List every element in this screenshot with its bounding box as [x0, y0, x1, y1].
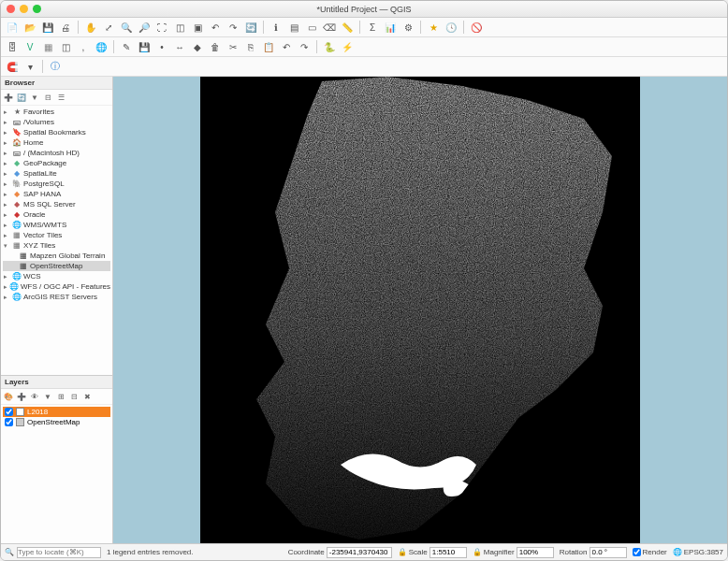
move-feature-button[interactable]: ↔ — [172, 39, 187, 54]
identify-button[interactable]: ℹ — [269, 20, 284, 35]
browser-item[interactable]: ▸▦Vector Tiles — [3, 230, 110, 240]
layers-remove-button[interactable]: ✖ — [81, 391, 93, 402]
browser-item[interactable]: ▸🌐WMS/WMTS — [3, 220, 110, 230]
layers-add-group-button[interactable]: ➕ — [16, 391, 27, 402]
paste-button[interactable]: 📋 — [261, 39, 276, 54]
lock-icon[interactable]: 🔒 — [398, 548, 407, 556]
zoom-out-button[interactable]: 🔎 — [137, 20, 152, 35]
browser-item[interactable]: ▸◆Oracle — [3, 209, 110, 220]
browser-item[interactable]: ▸🌐ArcGIS REST Servers — [3, 292, 110, 302]
layers-style-button[interactable]: 🎨 — [3, 391, 14, 402]
browser-item[interactable]: ▸★Favorites — [3, 107, 110, 117]
scale-input[interactable] — [430, 547, 467, 558]
redo-button[interactable]: ↷ — [297, 39, 312, 54]
expand-icon[interactable]: ▾ — [4, 240, 10, 251]
browser-item[interactable]: ▸◆GeoPackage — [3, 158, 110, 168]
lock-icon[interactable]: 🔒 — [473, 548, 482, 556]
browser-filter-button[interactable]: ▼ — [29, 92, 40, 103]
data-source-button[interactable]: 🗄 — [5, 39, 20, 54]
rotation-input[interactable] — [590, 547, 627, 558]
node-tool-button[interactable]: ◆ — [190, 39, 205, 54]
open-project-button[interactable]: 📂 — [22, 20, 37, 35]
browser-props-button[interactable]: ☰ — [55, 92, 66, 103]
expand-icon[interactable]: ▸ — [4, 148, 10, 158]
expand-icon[interactable]: ▸ — [4, 292, 10, 302]
expand-icon[interactable]: ▸ — [4, 179, 10, 189]
expand-icon[interactable]: ▸ — [4, 117, 10, 127]
zoom-selection-button[interactable]: ◫ — [172, 20, 187, 35]
add-csv-button[interactable]: , — [76, 39, 91, 54]
crs-field[interactable]: 🌐 EPSG:3857 — [673, 548, 723, 556]
add-raster-button[interactable]: ▦ — [40, 39, 55, 54]
style-manager-button[interactable]: ★ — [426, 20, 441, 35]
coordinate-input[interactable] — [327, 547, 392, 558]
expand-icon[interactable]: ▸ — [4, 281, 7, 292]
no-action-button[interactable]: 🚫 — [469, 20, 484, 35]
add-vector-button[interactable]: V — [22, 39, 37, 54]
zoom-layer-button[interactable]: ▣ — [190, 20, 205, 35]
toggle-editing-button[interactable]: ✎ — [119, 39, 134, 54]
statistics-button[interactable]: 📊 — [383, 20, 398, 35]
browser-item[interactable]: ▸🖴/ (Macintosh HD) — [3, 148, 110, 158]
browser-add-button[interactable]: ➕ — [3, 92, 14, 103]
browser-item[interactable]: ▾▦XYZ Tiles — [3, 240, 110, 251]
layer-row[interactable]: OpenStreetMap — [3, 417, 110, 427]
browser-item[interactable]: ▸🐘PostgreSQL — [3, 179, 110, 189]
expand-icon[interactable]: ▸ — [4, 127, 10, 137]
browser-item[interactable]: ▸◆MS SQL Server — [3, 199, 110, 209]
zoom-next-button[interactable]: ↷ — [226, 20, 240, 35]
browser-item[interactable]: ▸🌐WCS — [3, 271, 110, 281]
map-canvas[interactable] — [200, 77, 640, 543]
browser-item[interactable]: ▸🌐WFS / OGC API - Features — [3, 281, 110, 292]
deselect-button[interactable]: ⌫ — [322, 20, 337, 35]
attributes-button[interactable]: ▤ — [286, 20, 301, 35]
undo-button[interactable]: ↶ — [279, 39, 294, 54]
expand-icon[interactable]: ▸ — [4, 189, 10, 199]
python-console-button[interactable]: 🐍 — [322, 39, 337, 54]
layer-visibility-checkbox[interactable] — [5, 408, 13, 416]
pan-button[interactable]: ✋ — [83, 20, 98, 35]
expand-icon[interactable]: ▸ — [4, 209, 10, 220]
save-project-button[interactable]: 💾 — [40, 20, 55, 35]
layers-expand-button[interactable]: ⊞ — [55, 391, 66, 402]
refresh-button[interactable]: 🔄 — [243, 20, 258, 35]
expand-icon[interactable]: ▸ — [4, 271, 10, 281]
save-edits-button[interactable]: 💾 — [137, 39, 152, 54]
browser-item[interactable]: ▸🔖Spatial Bookmarks — [3, 127, 110, 137]
delete-button[interactable]: 🗑 — [208, 39, 223, 54]
add-feature-button[interactable]: • — [154, 39, 169, 54]
pan-to-selection-button[interactable]: ⤢ — [101, 20, 116, 35]
magnifier-input[interactable] — [517, 547, 554, 558]
snap-opts-button[interactable]: ▾ — [22, 59, 37, 74]
zoom-full-button[interactable]: ⛶ — [154, 20, 169, 35]
browser-collapse-button[interactable]: ⊟ — [42, 92, 53, 103]
plugin-button[interactable]: ⚡ — [340, 39, 355, 54]
new-print-layout-button[interactable]: 🖨 — [58, 20, 73, 35]
layer-list[interactable]: L2018OpenStreetMap — [1, 405, 112, 543]
layer-visibility-checkbox[interactable] — [5, 418, 13, 426]
cut-button[interactable]: ✂ — [226, 39, 240, 54]
expand-icon[interactable]: ▸ — [4, 168, 10, 179]
toolbox-button[interactable]: ⚙ — [400, 20, 415, 35]
expand-icon[interactable]: ▸ — [4, 107, 10, 117]
copy-button[interactable]: ⎘ — [243, 39, 258, 54]
expand-icon[interactable]: ▸ — [4, 199, 10, 209]
add-mesh-button[interactable]: ◫ — [58, 39, 73, 54]
browser-item[interactable]: ▸◆SAP HANA — [3, 189, 110, 199]
expand-icon[interactable]: ▸ — [4, 158, 10, 168]
zoom-last-button[interactable]: ↶ — [208, 20, 223, 35]
field-calc-button[interactable]: Σ — [365, 20, 380, 35]
new-project-button[interactable]: 📄 — [5, 20, 20, 35]
help-button[interactable]: ⓘ — [48, 59, 63, 74]
snap-button[interactable]: 🧲 — [5, 59, 20, 74]
layers-filter-button[interactable]: ▼ — [42, 391, 53, 402]
layers-collapse-button[interactable]: ⊟ — [68, 391, 80, 402]
browser-tree[interactable]: ▸★Favorites▸🖴/Volumes▸🔖Spatial Bookmarks… — [1, 106, 112, 375]
expand-icon[interactable]: ▸ — [4, 230, 10, 240]
browser-refresh-button[interactable]: 🔄 — [16, 92, 27, 103]
zoom-in-button[interactable]: 🔍 — [119, 20, 134, 35]
render-checkbox[interactable] — [633, 548, 641, 556]
temporal-button[interactable]: 🕓 — [444, 20, 459, 35]
locator-input[interactable] — [17, 547, 101, 558]
layer-row[interactable]: L2018 — [3, 407, 110, 417]
